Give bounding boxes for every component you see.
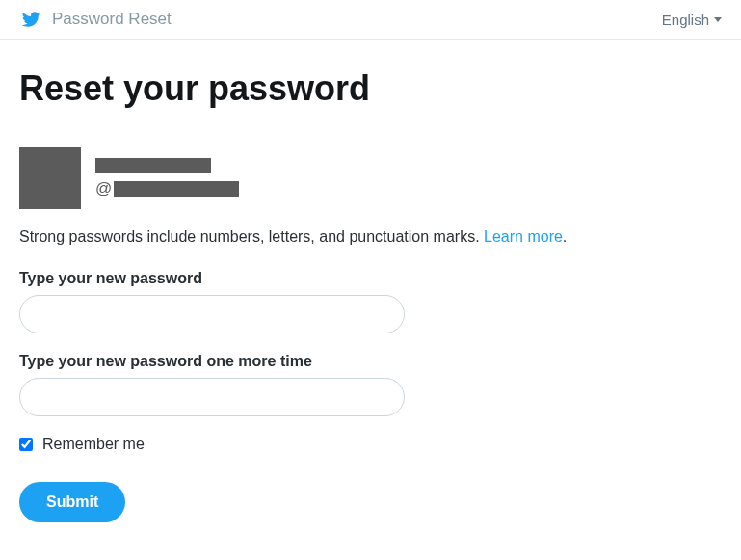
new-password-label: Type your new password: [19, 270, 722, 287]
new-password-input[interactable]: [19, 295, 405, 333]
main-content: Reset your password @ Strong passwords i…: [0, 40, 741, 551]
language-label: English: [662, 12, 709, 28]
header-title: Password Reset: [52, 10, 172, 29]
header-left: Password Reset: [19, 10, 172, 29]
language-selector[interactable]: English: [662, 12, 722, 28]
remember-me-checkbox[interactable]: [19, 438, 33, 451]
header: Password Reset English: [0, 0, 741, 40]
chevron-down-icon: [714, 17, 722, 22]
learn-more-link[interactable]: Learn more: [484, 228, 563, 245]
remember-me-label: Remember me: [42, 436, 145, 453]
handle-row: @: [95, 179, 239, 199]
handle-redacted: [114, 181, 239, 197]
avatar: [19, 147, 81, 209]
at-symbol: @: [95, 179, 112, 199]
display-name-redacted: [95, 158, 211, 173]
submit-button[interactable]: Submit: [19, 482, 125, 522]
password-hint: Strong passwords include numbers, letter…: [19, 228, 722, 246]
hint-period: .: [563, 228, 567, 245]
confirm-password-label: Type your new password one more time: [19, 353, 722, 370]
twitter-logo-icon: [19, 10, 42, 29]
user-info: @: [19, 147, 722, 209]
user-text: @: [95, 158, 239, 199]
hint-text: Strong passwords include numbers, letter…: [19, 228, 484, 245]
page-heading: Reset your password: [19, 68, 722, 109]
confirm-password-input[interactable]: [19, 378, 405, 416]
remember-me-row: Remember me: [19, 436, 722, 453]
